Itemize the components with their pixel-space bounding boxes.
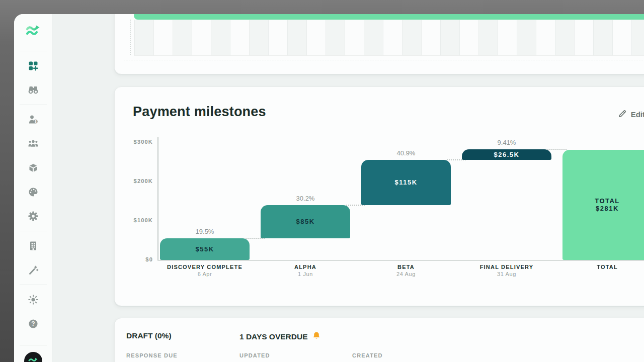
sidebar-divider: [20, 345, 47, 345]
dashboard-add-icon: [27, 60, 39, 72]
bar-percent-label: 19.5%: [160, 228, 250, 235]
field-response-due: RESPONSE DUE Feb 6, 2026: [126, 352, 232, 362]
sidebar-divider: [20, 285, 47, 285]
client-billing-icon: $: [27, 114, 39, 126]
sidebar-item-settings[interactable]: [14, 204, 52, 228]
y-axis-tick-label: $200K: [117, 178, 153, 184]
sidebar-divider: [20, 105, 47, 105]
waves-logo-icon: [24, 21, 43, 42]
field-label: UPDATED: [239, 352, 345, 358]
bar-value-label: $115K: [394, 178, 417, 186]
connector-line: [547, 149, 567, 150]
waterfall-bar: $115K: [361, 160, 451, 205]
waterfall-bar: $55K: [160, 238, 250, 260]
x-axis-milestone-label: ALPHA: [261, 264, 350, 270]
milestones-chart: $300K$200K$100K$0$55K19.5%DISCOVERY COMP…: [115, 87, 644, 306]
bar-percent-label: 9.41%: [462, 139, 551, 146]
field-created: CREATED Feb 7, 2026: [352, 352, 458, 362]
sidebar-item-theme[interactable]: [14, 288, 52, 312]
timeline-grid: [134, 20, 644, 56]
sidebar-item-packages[interactable]: [14, 156, 52, 180]
x-axis-milestone-label: FINAL DELIVERY: [462, 264, 551, 270]
bar-value-label: $26.5K: [494, 151, 520, 158]
bell-icon: [312, 331, 320, 342]
status-badge: DRAFT (0%): [126, 331, 172, 340]
overdue-indicator: 1 DAYS OVERDUE: [239, 331, 320, 342]
bar-value-label: $85K: [296, 218, 314, 225]
main-content: Payment milestones Edit $300K$200K$100K$…: [52, 14, 644, 362]
palette-icon: [27, 186, 39, 198]
company-icon: [27, 240, 39, 252]
avatar[interactable]: [24, 352, 42, 362]
sidebar-divider: [20, 51, 47, 51]
settings-icon: [27, 210, 39, 222]
x-axis-milestone-label: TOTAL: [562, 264, 644, 270]
proposal-status-card: DRAFT (0%) 1 DAYS OVERDUE RESPONSE DUE F…: [114, 318, 644, 362]
y-axis-tick-label: $300K: [117, 139, 153, 145]
magic-wand-icon: [27, 264, 39, 276]
app-logo[interactable]: [14, 14, 52, 48]
sidebar-item-search[interactable]: [14, 78, 52, 102]
brightness-icon: [27, 294, 39, 306]
timeline-total-bar: [134, 14, 644, 20]
y-axis-tick-label: $0: [117, 256, 153, 262]
sidebar-item-company[interactable]: [14, 234, 52, 258]
bar-percent-label: 30.2%: [261, 195, 350, 202]
x-axis-date-label: 6 Apr: [160, 271, 250, 277]
sidebar-item-branding[interactable]: [14, 180, 52, 204]
waterfall-bar: $85K: [261, 205, 350, 238]
svg-text:?: ?: [31, 320, 35, 327]
timeline-marker-line: [130, 20, 131, 55]
team-icon: [27, 138, 39, 150]
payment-milestones-card: Payment milestones Edit $300K$200K$100K$…: [114, 86, 644, 306]
help-icon: ?: [27, 318, 39, 330]
sidebar: $: [14, 14, 52, 362]
sidebar-item-automation[interactable]: [14, 258, 52, 282]
svg-text:$: $: [35, 120, 37, 124]
x-axis-date-label: 1 Jun: [261, 271, 350, 277]
timeline-card: [114, 14, 644, 74]
y-axis-tick-label: $100K: [117, 217, 153, 223]
x-axis-line: [157, 260, 644, 261]
bar-percent-label: 40.9%: [361, 149, 451, 157]
overdue-label: 1 DAYS OVERDUE: [239, 332, 308, 341]
y-axis-line: [157, 137, 158, 261]
sidebar-item-team[interactable]: [14, 132, 52, 156]
bar-value-label: $55K: [195, 245, 214, 253]
field-label: RESPONSE DUE: [126, 352, 232, 358]
package-icon: [27, 162, 39, 174]
waves-avatar-icon: [27, 353, 40, 362]
binoculars-icon: [27, 84, 39, 96]
timeline-separator: [124, 60, 644, 60]
sidebar-divider: [20, 231, 47, 231]
field-label: CREATED: [352, 352, 458, 358]
x-axis-date-label: 31 Aug: [462, 271, 551, 277]
waterfall-bar: $26.5K: [462, 149, 551, 160]
x-axis-date-label: 24 Aug: [361, 271, 451, 277]
field-updated: UPDATED Feb 7, 2026: [239, 352, 345, 362]
sidebar-item-clients[interactable]: $: [14, 108, 52, 132]
sidebar-item-dashboard[interactable]: [14, 54, 52, 78]
waterfall-bar: TOTAL $281K: [562, 150, 644, 260]
x-axis-milestone-label: BETA: [361, 264, 451, 270]
x-axis-milestone-label: DISCOVERY COMPLETE: [160, 264, 250, 270]
app-window: $: [14, 14, 644, 362]
sidebar-item-help[interactable]: ?: [14, 312, 52, 336]
bar-value-label: TOTAL $281K: [595, 197, 620, 212]
